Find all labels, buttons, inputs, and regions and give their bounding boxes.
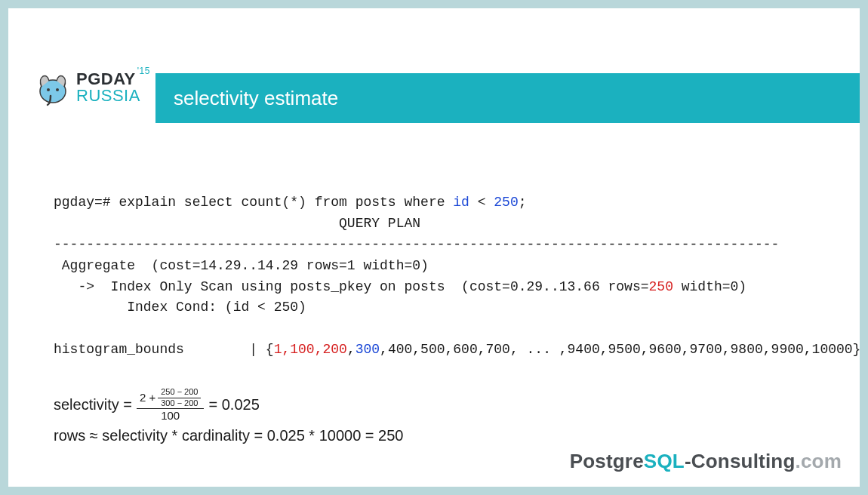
logo-line1: PGDAY'15 — [76, 71, 150, 88]
slide-title: selectivity estimate — [174, 87, 338, 110]
footer-d: .com — [796, 450, 842, 472]
sql-val: 250 — [494, 195, 518, 210]
inner-fraction: 250 − 200 300 − 200 — [158, 388, 201, 407]
outer-fraction: 2 + 250 − 200 300 − 200 100 — [137, 388, 205, 423]
inner-den: 300 − 200 — [158, 398, 201, 408]
plan-aggregate: Aggregate (cost=14.29..14.29 rows=1 widt… — [54, 258, 429, 273]
hist-label: histogram_bounds | { — [54, 342, 274, 357]
elephant-icon — [35, 69, 70, 106]
logo-year: '15 — [137, 66, 150, 76]
footer-b: SQL — [644, 450, 685, 472]
formula-block: selectivity = 2 + 250 − 200 300 − 200 10… — [54, 388, 403, 449]
event-logo: PGDAY'15 RUSSIA — [35, 69, 150, 106]
inner-num: 250 − 200 — [158, 388, 201, 398]
selectivity-formula: selectivity = 2 + 250 − 200 300 − 200 10… — [54, 388, 403, 423]
rows-line: rows ≈ selectivity * cardinality = 0.025… — [54, 427, 403, 444]
svg-point-1 — [47, 88, 50, 91]
svg-point-2 — [56, 88, 59, 91]
frac-prefix: 2 + — [140, 392, 155, 404]
hist-blue: 300 — [356, 342, 380, 357]
plan-scan-b: width=0) — [673, 279, 746, 294]
rows-formula: rows ≈ selectivity * cardinality = 0.025… — [54, 427, 403, 444]
sql-suffix: ; — [519, 195, 527, 210]
title-bar: selectivity estimate — [155, 73, 860, 123]
hist-comma: , — [347, 342, 356, 357]
slide: PGDAY'15 RUSSIA selectivity estimate pgd… — [8, 8, 860, 487]
plan-scan-a: -> Index Only Scan using posts_pkey on p… — [54, 279, 649, 294]
sel-label: selectivity = — [54, 396, 132, 414]
plan-cond: Index Cond: (id < 250) — [54, 300, 306, 315]
footer-brand: PostgreSQL-Consulting.com — [570, 450, 842, 473]
plan-sep: ----------------------------------------… — [54, 237, 779, 252]
footer-a: Postgre — [570, 450, 644, 472]
sel-result: = 0.025 — [208, 396, 259, 414]
sql-op: < — [469, 195, 494, 210]
hist-rest: ,400,500,600,700, ... ,9400,9500,9600,97… — [380, 342, 860, 357]
plan-heading: QUERY PLAN — [54, 216, 420, 231]
footer-c: -Consulting — [685, 450, 796, 472]
code-block: pgday=# explain select count(*) from pos… — [54, 192, 814, 361]
plan-rows: 250 — [649, 279, 673, 294]
hist-red: 1,100,200 — [274, 342, 347, 357]
outer-den: 100 — [158, 409, 183, 423]
sql-col: id — [453, 195, 469, 210]
logo-line2: RUSSIA — [76, 88, 150, 104]
sql-prompt: pgday=# explain select count(*) from pos… — [54, 195, 453, 210]
